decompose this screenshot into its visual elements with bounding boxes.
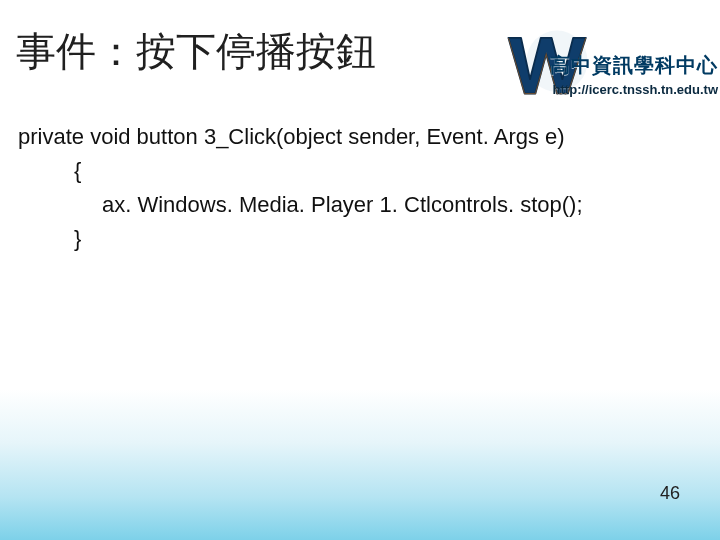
code-line-1: private void button 3_Click(object sende… xyxy=(18,120,696,154)
code-line-4: } xyxy=(18,222,696,256)
code-line-2: { xyxy=(18,154,696,188)
brand-title: 高中資訊學科中心 xyxy=(550,52,718,79)
code-line-3: ax. Windows. Media. Player 1. Ctlcontrol… xyxy=(18,188,696,222)
page-number: 46 xyxy=(660,483,680,504)
brand-url: http://icerc.tnssh.tn.edu.tw xyxy=(553,82,718,97)
slide-title: 事件：按下停播按鈕 xyxy=(16,24,376,79)
code-block: private void button 3_Click(object sende… xyxy=(18,120,696,256)
brand-header: 高中資訊學科中心 http://icerc.tnssh.tn.edu.tw xyxy=(468,24,720,114)
